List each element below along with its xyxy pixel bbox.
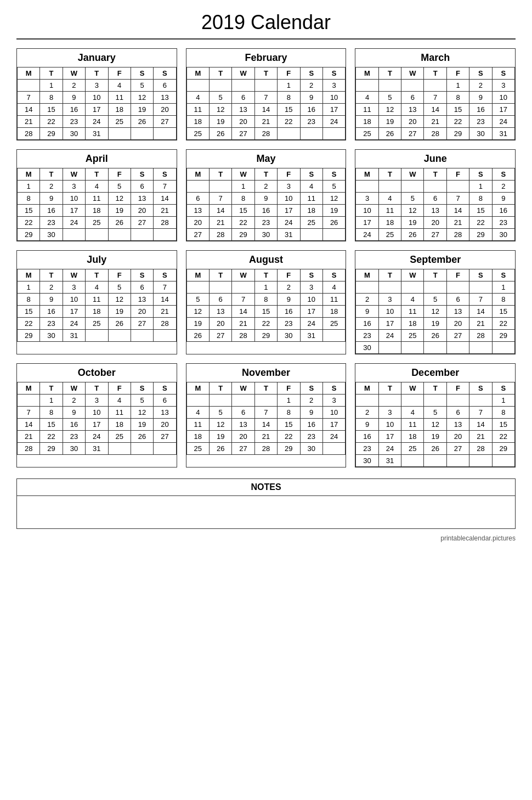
day-header: T [40, 382, 63, 395]
day-cell: 19 [378, 116, 401, 128]
day-cell: 5 [401, 193, 424, 205]
day-cell: 25 [401, 443, 424, 455]
day-header: W [401, 382, 424, 395]
day-cell: 15 [278, 419, 300, 431]
day-header: W [232, 269, 254, 281]
table-row: 9101112131415 [356, 419, 515, 431]
day-cell [322, 229, 345, 241]
day-header: S [322, 382, 345, 395]
day-cell: 30 [254, 229, 277, 241]
month-april: AprilMTWTFSS1234567891011121314151617181… [16, 149, 177, 241]
month-table-april: MTWTFSS123456789101112131415161718192021… [17, 168, 177, 241]
day-cell: 11 [401, 419, 424, 431]
month-title-february: February [186, 49, 346, 67]
month-june: JuneMTWTFSS12345678910111213141516171819… [355, 149, 516, 241]
day-cell: 12 [424, 306, 446, 318]
day-cell: 31 [86, 128, 108, 140]
day-cell: 4 [401, 294, 424, 306]
day-cell: 25 [108, 431, 131, 443]
day-cell: 15 [254, 306, 277, 318]
day-header: F [278, 382, 300, 395]
day-cell [401, 395, 424, 407]
day-cell: 5 [210, 92, 232, 104]
day-header: T [378, 269, 401, 281]
day-cell: 28 [469, 443, 492, 455]
day-cell: 23 [356, 443, 378, 455]
day-cell: 11 [108, 92, 131, 104]
day-cell: 2 [469, 80, 492, 92]
day-cell: 17 [378, 318, 401, 330]
table-row: 2728293031 [186, 229, 346, 241]
day-cell: 16 [63, 419, 85, 431]
day-cell: 10 [278, 193, 300, 205]
day-cell: 10 [378, 306, 401, 318]
day-cell: 5 [108, 281, 131, 294]
day-cell [378, 181, 401, 193]
day-cell [232, 395, 254, 407]
month-title-october: October [17, 364, 177, 382]
day-cell: 13 [446, 306, 469, 318]
day-cell [469, 395, 492, 407]
day-cell: 18 [401, 318, 424, 330]
day-cell: 10 [63, 294, 85, 306]
day-cell: 28 [18, 443, 40, 455]
day-cell: 29 [254, 330, 277, 342]
day-cell [63, 229, 85, 241]
day-header: S [492, 382, 514, 395]
day-cell: 28 [154, 318, 176, 330]
day-cell: 16 [278, 306, 300, 318]
table-row: 45678910 [356, 92, 515, 104]
day-cell: 28 [210, 229, 232, 241]
day-header: S [300, 168, 322, 181]
table-row: 123 [186, 395, 346, 407]
day-cell: 6 [446, 294, 469, 306]
table-row: 30 [356, 342, 515, 354]
day-cell: 27 [154, 116, 176, 128]
day-cell: 30 [300, 443, 322, 455]
day-cell: 29 [40, 443, 63, 455]
table-row: 21222324252627 [18, 116, 177, 128]
day-cell: 11 [401, 306, 424, 318]
day-cell [108, 128, 131, 140]
day-cell: 25 [356, 128, 378, 140]
day-header: S [300, 382, 322, 395]
day-cell: 13 [232, 419, 254, 431]
day-cell: 1 [18, 181, 40, 193]
day-cell: 24 [322, 116, 345, 128]
day-header: S [322, 269, 345, 281]
month-table-august: MTWTFSS123456789101112131415161718192021… [186, 269, 346, 342]
table-row: 1 [356, 281, 515, 294]
day-cell: 6 [131, 181, 153, 193]
month-july: JulyMTWTFSS12345678910111213141516171819… [16, 250, 177, 354]
day-cell: 24 [86, 431, 108, 443]
day-cell: 23 [300, 431, 322, 443]
day-cell: 23 [40, 217, 63, 229]
day-cell [401, 455, 424, 467]
day-header: S [492, 269, 514, 281]
table-row: 10111213141516 [356, 205, 515, 217]
day-cell: 14 [254, 104, 277, 116]
day-header: F [108, 382, 131, 395]
day-header: W [63, 67, 85, 80]
day-cell: 21 [254, 116, 277, 128]
day-cell: 14 [469, 306, 492, 318]
day-cell: 2 [254, 181, 277, 193]
day-cell: 4 [378, 193, 401, 205]
day-header: F [278, 67, 300, 80]
day-cell: 1 [469, 181, 492, 193]
day-cell: 28 [254, 128, 277, 140]
day-cell: 14 [18, 419, 40, 431]
table-row: 78910111213 [18, 407, 177, 419]
table-row: 293031 [18, 330, 177, 342]
day-cell [232, 80, 254, 92]
day-cell: 13 [232, 104, 254, 116]
day-header: T [86, 168, 108, 181]
notes-body[interactable] [17, 495, 515, 528]
day-cell: 19 [424, 431, 446, 443]
day-cell [210, 80, 232, 92]
day-cell: 21 [469, 431, 492, 443]
day-cell: 20 [154, 419, 176, 431]
day-cell: 11 [108, 407, 131, 419]
day-cell: 17 [63, 205, 85, 217]
day-cell: 12 [210, 104, 232, 116]
